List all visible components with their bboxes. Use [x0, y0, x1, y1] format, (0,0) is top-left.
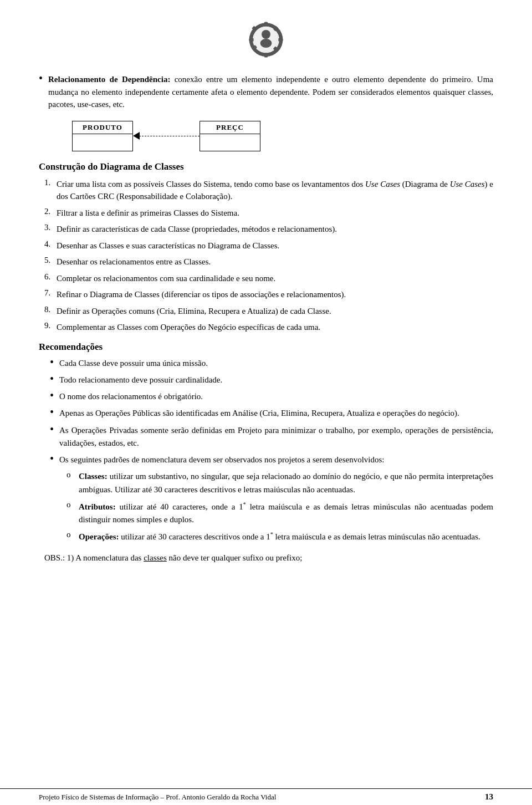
- uml-arrow: [133, 132, 200, 140]
- o-bold-1: Classes:: [79, 472, 108, 481]
- italic-use-cases-1: Use Cases: [365, 180, 400, 188]
- num-3: 3.: [44, 223, 57, 232]
- obs-underline: classes: [144, 553, 167, 562]
- num-2: 2.: [44, 207, 57, 216]
- numbered-item-8: 8. Definir as Operações comuns (Cria, El…: [44, 305, 493, 318]
- section-heading: Construção do Diagrama de Classes: [39, 161, 493, 172]
- num-1: 1.: [44, 178, 57, 187]
- text-8: Definir as Operações comuns (Cria, Elimi…: [57, 305, 493, 318]
- o-after-3: letra maiúscula e as demais letras minús…: [273, 532, 480, 541]
- numbered-item-5: 5. Desenhar os relacionamentos entre as …: [44, 256, 493, 268]
- intro-bullet-text: Relacionamento de Dependência: conexão e…: [48, 73, 493, 111]
- o-item-1: o Classes: utilizar um substantivo, no s…: [66, 470, 493, 496]
- svg-point-11: [260, 39, 272, 48]
- recom-dot-1: •: [50, 356, 54, 369]
- recom-bullet-3: • O nome dos relacionamentos é obrigatór…: [50, 390, 493, 403]
- header-logo: [39, 17, 493, 63]
- recom-text-5: As Operações Privadas somente serão defi…: [59, 424, 493, 450]
- logo-icon: [244, 17, 288, 61]
- text-4: Desenhar as Classes e suas característic…: [57, 240, 493, 252]
- footer: Projeto Físico de Sistemas de Informação…: [0, 788, 532, 805]
- recom-text-3: O nome dos relacionamentos é obrigatório…: [59, 390, 493, 403]
- recom-bullet-4: • Apenas as Operações Públicas são ident…: [50, 407, 493, 420]
- intro-bold: Relacionamento de Dependência:: [48, 75, 170, 84]
- numbered-item-3: 3. Definir as características de cada Cl…: [44, 223, 493, 236]
- text-1: Criar uma lista com as possíveis Classes…: [57, 178, 493, 203]
- dashed-line: [139, 136, 200, 136]
- o-plain-1: utilizar um substantivo, no singular, qu…: [79, 472, 493, 493]
- num-8: 8.: [44, 305, 57, 314]
- uml-box-produto-body: [73, 134, 132, 151]
- uml-box-produto-header: PRODUTO: [73, 121, 132, 134]
- num-9: 9.: [44, 321, 57, 330]
- recom-dot-2: •: [50, 373, 54, 385]
- text-9: Complementar as Classes com Operações do…: [57, 321, 493, 334]
- o-label-3: o: [66, 530, 79, 539]
- recom-section: Recomendações • Cada Classe deve possuir…: [39, 342, 493, 544]
- obs-text: OBS.: 1) A nomenclatura das classes não …: [44, 553, 302, 562]
- svg-rect-5: [278, 38, 283, 41]
- footer-left: Projeto Físico de Sistemas de Informação…: [39, 793, 477, 802]
- numbered-item-6: 6. Completar os relacionamentos com sua …: [44, 272, 493, 285]
- svg-rect-4: [249, 38, 254, 41]
- o-text-3: Operações: utilizar até 30 caracteres de…: [79, 530, 493, 543]
- main-content: • Relacionamento de Dependência: conexão…: [39, 73, 493, 564]
- svg-rect-3: [264, 53, 268, 58]
- text-7: Refinar o Diagrama de Classes (diferenci…: [57, 288, 493, 301]
- text-2: Filtrar a lista e definir as primeiras C…: [57, 207, 493, 220]
- o-text-1: Classes: utilizar um substantivo, no sin…: [79, 470, 493, 496]
- num-4: 4.: [44, 240, 57, 249]
- numbered-list: 1. Criar uma lista com as possíveis Clas…: [44, 178, 493, 334]
- recom-dot-4: •: [50, 406, 54, 419]
- footer-page-number: 13: [477, 792, 493, 802]
- o-item-2: o Atributos: utilizar até 40 caracteres,…: [66, 500, 493, 527]
- num-6: 6.: [44, 272, 57, 282]
- obs-block: OBS.: 1) A nomenclatura das classes não …: [44, 552, 493, 564]
- text-3: Definir as características de cada Class…: [57, 223, 493, 236]
- o-before-3: utilizar até 30 caracteres descritivos o…: [119, 532, 270, 541]
- recom-bullet-5: • As Operações Privadas somente serão de…: [50, 424, 493, 450]
- numbered-item-4: 4. Desenhar as Classes e suas caracterís…: [44, 240, 493, 252]
- o-before-2: utilizar até 40 caracteres, onde a 1: [116, 502, 243, 511]
- o-label-2: o: [66, 500, 79, 510]
- recom-text-2: Todo relacionamento deve possuir cardina…: [59, 374, 493, 386]
- italic-use-cases-2: Use Cases: [450, 180, 485, 188]
- uml-box-precoc-header: PREÇC: [200, 121, 260, 134]
- recom-text-1: Cada Classe deve possuir uma única missã…: [59, 357, 493, 370]
- svg-point-10: [262, 30, 270, 39]
- numbered-item-9: 9. Complementar as Classes com Operações…: [44, 321, 493, 334]
- numbered-item-2: 2. Filtrar a lista e definir as primeira…: [44, 207, 493, 220]
- num-7: 7.: [44, 288, 57, 298]
- uml-box-precoc: PREÇC: [200, 121, 260, 151]
- recom-text-4: Apenas as Operações Públicas são identif…: [59, 407, 493, 420]
- bullet-dot: •: [39, 72, 43, 85]
- recom-dot-6: •: [50, 452, 54, 465]
- numbered-item-7: 7. Refinar o Diagrama de Classes (difere…: [44, 288, 493, 301]
- uml-diagram: PRODUTO PREÇC: [72, 121, 493, 151]
- recom-dot-5: •: [50, 423, 54, 436]
- recom-heading: Recomendações: [39, 342, 493, 353]
- page: • Relacionamento de Dependência: conexão…: [0, 0, 532, 805]
- recom-bullet-6: • Os seguintes padrões de nomenclatura d…: [50, 454, 493, 466]
- intro-bullet-item: • Relacionamento de Dependência: conexão…: [39, 73, 493, 111]
- numbered-item-1: 1. Criar uma lista com as possíveis Clas…: [44, 178, 493, 203]
- o-text-2: Atributos: utilizar até 40 caracteres, o…: [79, 500, 493, 527]
- uml-box-produto: PRODUTO: [72, 121, 133, 151]
- num-5: 5.: [44, 256, 57, 265]
- text-5: Desenhar os relacionamentos entre as Cla…: [57, 256, 493, 268]
- recom-bullet-2: • Todo relacionamento deve possuir cardi…: [50, 374, 493, 386]
- o-item-3: o Operações: utilizar até 30 caracteres …: [66, 530, 493, 543]
- recom-dot-3: •: [50, 389, 54, 402]
- o-bold-3: Operações:: [79, 532, 119, 541]
- o-bold-2: Atributos:: [79, 502, 116, 511]
- text-6: Completar os relacionamentos com sua car…: [57, 272, 493, 285]
- uml-box-precoc-body: [200, 134, 260, 151]
- o-label-1: o: [66, 470, 79, 480]
- recom-bullet-1: • Cada Classe deve possuir uma única mis…: [50, 357, 493, 370]
- recom-text-6: Os seguintes padrões de nomenclatura dev…: [59, 454, 493, 466]
- svg-rect-2: [264, 22, 268, 27]
